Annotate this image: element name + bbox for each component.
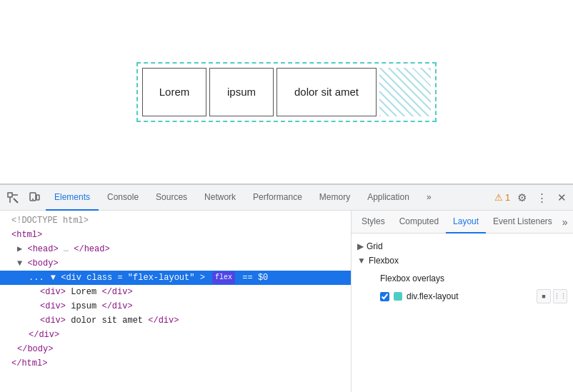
tab-sources[interactable]: Sources — [147, 185, 196, 211]
dolor-text: dolor sit amet — [294, 86, 359, 98]
tab-event-listeners[interactable]: Event Listeners — [486, 211, 559, 233]
svg-rect-0 — [8, 193, 12, 197]
close-icon[interactable]: ✕ — [553, 189, 570, 206]
html-line-div-flex[interactable]: ... ▼ <div class = "flex-layout" > flex … — [0, 271, 351, 285]
html-line-body[interactable]: ▼ <body> — [0, 256, 351, 271]
html-line-ipsum[interactable]: <div> ipsum </div> — [0, 299, 351, 313]
preview-area: Lorem ipsum dolor sit amet — [0, 0, 573, 184]
more-options-icon[interactable]: ⋮ — [533, 189, 550, 206]
overlay-checkbox[interactable] — [380, 292, 389, 301]
html-line-lorem[interactable]: <div> Lorem </div> — [0, 285, 351, 299]
section-flexbox[interactable]: ▼ Flexbox — [357, 253, 567, 268]
color-swatch — [394, 292, 402, 301]
settings-icon[interactable]: ⚙ — [513, 189, 530, 206]
tab-network[interactable]: Network — [196, 185, 244, 211]
html-panel: <!DOCTYPE html> <html> ▶ <head> … </head… — [0, 211, 352, 392]
tab-memory[interactable]: Memory — [311, 185, 359, 211]
flex-box-ipsum: ipsum — [209, 68, 274, 116]
right-panel-content: ▶ Grid ▼ Flexbox Flexbox overlays div.fl… — [352, 233, 573, 392]
tab-computed[interactable]: Computed — [392, 211, 446, 233]
flexbox-label: Flexbox — [369, 256, 399, 266]
flex-container: Lorem ipsum dolor sit amet — [136, 62, 437, 122]
html-line-head[interactable]: ▶ <head> … </head> — [0, 242, 351, 256]
devtools-tabs: Elements Console Sources Network Perform… — [46, 185, 494, 211]
toolbar-right: ⚠ 1 ⚙ ⋮ ✕ — [494, 189, 570, 206]
overlay-color-btn[interactable]: ■ — [537, 289, 551, 303]
overlay-item: div.flex-layout ■ ⋮⋮ — [369, 288, 567, 305]
svg-rect-5 — [36, 195, 39, 200]
html-line-html: <html> — [0, 228, 351, 242]
html-line-close-html: </html> — [0, 356, 351, 371]
flexbox-overlays-label: Flexbox overlays — [369, 271, 567, 288]
grid-label: Grid — [367, 241, 383, 251]
right-panel: Styles Computed Layout Event Listeners » — [352, 211, 573, 392]
html-line-doctype: <!DOCTYPE html> — [0, 213, 351, 228]
overlay-label: div.flex-layout — [407, 291, 458, 301]
devtools-content: <!DOCTYPE html> <html> ▶ <head> … </head… — [0, 211, 573, 392]
overlay-settings-btn[interactable]: ⋮⋮ — [553, 289, 567, 303]
tab-performance[interactable]: Performance — [244, 185, 311, 211]
right-tabs-more-icon[interactable]: » — [559, 216, 571, 228]
grid-arrow-icon: ▶ — [357, 241, 364, 251]
html-line-close-body: </body> — [0, 342, 351, 356]
html-line-dolor[interactable]: <div> dolor sit amet </div> — [0, 313, 351, 328]
warning-badge: ⚠ 1 — [494, 192, 510, 203]
flexbox-content: Flexbox overlays div.flex-layout ■ ⋮⋮ — [357, 268, 567, 308]
devtools-toolbar: Elements Console Sources Network Perform… — [0, 185, 573, 211]
ipsum-text: ipsum — [227, 86, 256, 98]
overlay-controls: ■ ⋮⋮ — [537, 289, 567, 303]
tab-styles[interactable]: Styles — [354, 211, 392, 233]
flex-box-dolor: dolor sit amet — [276, 68, 377, 116]
lorem-text: Lorem — [159, 86, 190, 98]
section-grid[interactable]: ▶ Grid — [357, 239, 567, 253]
tab-application[interactable]: Application — [359, 185, 418, 211]
right-panel-tabs: Styles Computed Layout Event Listeners » — [352, 211, 573, 233]
tab-layout[interactable]: Layout — [446, 211, 486, 233]
devtools-panel: Elements Console Sources Network Perform… — [0, 184, 573, 392]
inspect-icon[interactable] — [3, 188, 23, 208]
html-line-close-div: </div> — [0, 328, 351, 342]
svg-line-3 — [14, 198, 18, 203]
tab-more[interactable]: » — [418, 185, 440, 211]
device-icon[interactable] — [24, 188, 44, 208]
flex-box-lorem: Lorem — [142, 68, 206, 116]
tab-console[interactable]: Console — [99, 185, 147, 211]
flexbox-arrow-icon: ▼ — [357, 256, 366, 266]
flex-ghost-box — [379, 68, 431, 116]
tab-elements[interactable]: Elements — [46, 185, 99, 211]
